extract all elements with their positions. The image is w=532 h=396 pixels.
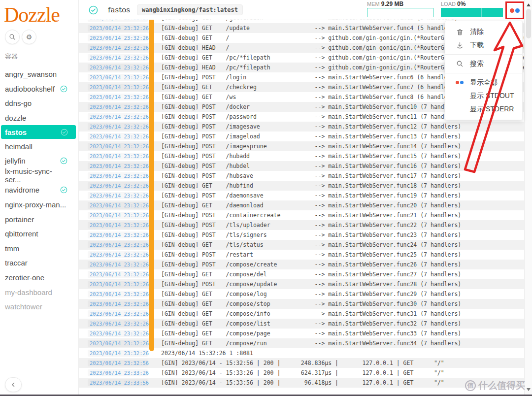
- log-message: [GIN-debug] POST /imagesprune --> main.S…: [161, 143, 461, 150]
- sidebar-item-dozzle[interactable]: dozzle: [0, 111, 78, 126]
- sidebar-item-portainer[interactable]: portainer: [0, 212, 78, 227]
- sidebar-item-zerotier-one[interactable]: zerotier-one: [0, 270, 78, 285]
- container-name-label: jellyfin: [5, 157, 26, 165]
- watermark-badge-icon: 值: [465, 380, 476, 391]
- log-row: 2023/06/14 23:32:26[GIN-debug] POST /com…: [79, 260, 524, 269]
- log-timestamp: 2023/06/14 23:32:26: [88, 25, 148, 32]
- scroll-up-arrow[interactable]: [527, 3, 531, 6]
- log-message: [GIN-debug] POST /compose/create --> mai…: [161, 261, 461, 268]
- log-timestamp: 2023/06/14 23:33:56: [88, 379, 148, 386]
- sidebar-item-jellyfin[interactable]: jellyfin: [0, 154, 78, 168]
- container-name-label: tmm: [5, 244, 19, 253]
- site-watermark: 值 什么值得买: [465, 379, 525, 392]
- log-message: [GIN-debug] POST /password --> main.Star…: [161, 113, 461, 120]
- menu-item-显示-STDERR[interactable]: 显示 STDERR: [445, 102, 522, 116]
- sidebar-item-audiobookshelf[interactable]: audiobookshelf: [0, 82, 78, 97]
- container-name-label: dozzle: [5, 114, 26, 122]
- log-message: [GIN-debug] POST /daemonsave --> main.St…: [161, 192, 461, 199]
- dots-icon: [455, 81, 464, 84]
- log-row: 2023/06/14 23:32:56[GIN] 2023/06/14 - 15…: [79, 358, 524, 368]
- containers-section-label: 容器: [5, 52, 78, 61]
- log-message: [GIN-debug] GET /compose/log --> main.St…: [161, 291, 461, 297]
- mem-gauge: MEM 9.29 MB: [367, 0, 433, 17]
- container-name-label: audiobookshelf: [5, 85, 55, 93]
- log-row: 2023/06/14 23:32:26[GIN-debug] POST /hub…: [79, 151, 524, 161]
- log-message: [GIN-debug] GET /update --> main.StartWe…: [161, 25, 458, 32]
- log-message: [GIN-debug] POST /imagesave --> main.Sta…: [161, 123, 461, 130]
- log-timestamp: 2023/06/14 23:32:26: [88, 54, 148, 61]
- log-message: [GIN-debug] GET /daemonload --> main.Sta…: [161, 202, 461, 209]
- menu-item-下载[interactable]: 下载: [445, 38, 522, 52]
- settings-button[interactable]: ⚙: [22, 30, 36, 44]
- log-row: 2023/06/14 23:32:262023/06/14 15:32:26 1…: [79, 348, 524, 358]
- vertical-scrollbar[interactable]: [524, 0, 532, 395]
- log-row: 2023/06/14 23:32:26[GIN-debug] POST /ima…: [79, 122, 524, 132]
- log-message: [GIN] 2023/06/14 - 15:33:26 | 200 | 624.…: [161, 369, 444, 376]
- load-bar: [441, 8, 503, 17]
- menu-item-搜索[interactable]: 搜索: [445, 57, 522, 70]
- log-row: 2023/06/14 23:32:26[GIN-debug] POST /tls…: [79, 220, 524, 230]
- log-timestamp: 2023/06/14 23:32:26: [88, 222, 148, 229]
- load-label: LOAD: [441, 1, 456, 7]
- log-row: 2023/06/14 23:32:26[GIN-debug] POST /ima…: [79, 141, 524, 151]
- log-row: 2023/06/14 23:32:26[GIN-debug] GET /comp…: [79, 299, 524, 309]
- log-row: 2023/06/14 23:33:26[GIN] 2023/06/14 - 15…: [79, 368, 524, 378]
- menu-divider: [445, 54, 522, 55]
- menu-item-label: 显示全部: [470, 78, 498, 87]
- scroll-thumb[interactable]: [526, 9, 531, 38]
- log-row: 2023/06/14 23:32:26[GIN-debug] GET /comp…: [79, 338, 524, 348]
- sidebar-item-angry_swanson[interactable]: angry_swanson: [0, 67, 78, 82]
- log-row: 2023/06/14 23:32:26[GIN-debug] POST /ima…: [79, 132, 524, 141]
- sidebar-item-qbittorrent[interactable]: qbittorrent: [0, 227, 78, 241]
- sidebar-item-tmm[interactable]: tmm: [0, 241, 78, 256]
- container-name-label: watchtower: [5, 302, 42, 311]
- log-row: 2023/06/14 23:32:26[GIN-debug] GET /comp…: [79, 289, 524, 299]
- menu-item-显示-STDOUT[interactable]: 显示 STDOUT: [445, 89, 522, 102]
- log-timestamp: 2023/06/14 23:32:56: [88, 360, 148, 366]
- menu-divider: [445, 73, 522, 73]
- sidebar-item-my-dashboard[interactable]: my-dashboard: [0, 285, 78, 299]
- sidebar-item-heimdall[interactable]: heimdall: [0, 139, 78, 154]
- log-timestamp: 2023/06/14 23:32:26: [88, 340, 148, 347]
- log-message: [GIN-debug] GET /checkreg --> main.Start…: [161, 84, 458, 91]
- sidebar-collapse-button[interactable]: [5, 377, 22, 392]
- log-message: [GIN-debug] POST /tls/uploader --> main.…: [161, 222, 461, 229]
- sidebar-item-watchtower[interactable]: watchtower: [0, 299, 78, 314]
- log-row: 2023/06/14 23:32:26[GIN-debug] POST /hub…: [79, 161, 524, 171]
- log-timestamp: 2023/06/14 23:32:26: [88, 231, 148, 238]
- log-timestamp: 2023/06/14 23:32:26: [88, 212, 148, 219]
- stream-filter-button[interactable]: [505, 1, 524, 19]
- scroll-down-arrow[interactable]: [527, 388, 531, 391]
- sidebar-item-fastos[interactable]: fastos: [1, 125, 76, 139]
- healthy-check-icon: [61, 129, 68, 136]
- sidebar-item-traccar[interactable]: traccar: [0, 256, 78, 270]
- sidebar-item-navidrome[interactable]: navidrome: [0, 183, 78, 198]
- sidebar-item-nginx-proxy-man[interactable]: nginx-proxy-man...: [0, 198, 78, 212]
- log-row: 2023/06/14 23:32:26[GIN-debug] POST /com…: [79, 279, 524, 289]
- container-name-label: heimdall: [5, 142, 33, 151]
- container-name-label: angry_swanson: [5, 70, 57, 78]
- gear-icon: ⚙: [26, 33, 33, 41]
- load-value: 0%: [457, 0, 466, 7]
- app-logo: Dozzle: [4, 3, 78, 27]
- menu-item-label: 下载: [470, 41, 484, 50]
- menu-item-label: 显示 STDERR: [470, 105, 514, 114]
- log-timestamp: 2023/06/14 23:32:26: [88, 172, 148, 179]
- log-row: 2023/06/14 23:32:26[GIN-debug] GET /comp…: [79, 309, 524, 319]
- search-button[interactable]: [5, 30, 20, 44]
- container-name-label: my-dashboard: [5, 288, 52, 297]
- menu-item-清除[interactable]: 清除: [445, 25, 522, 38]
- log-timestamp: 2023/06/14 23:32:26: [88, 113, 148, 120]
- log-message: [GIN-debug] POST /tls/signers --> main.S…: [161, 231, 461, 238]
- log-timestamp: 2023/06/14 23:32:26: [88, 310, 148, 317]
- container-name-label: portainer: [5, 215, 34, 224]
- log-message: [GIN-debug] GET /compose/list --> main.S…: [161, 320, 461, 327]
- sidebar-item-lx-music-sync-ser[interactable]: lx-music-sync-ser...: [0, 168, 78, 183]
- stderr-dot-icon: [515, 8, 520, 13]
- log-row: 2023/06/14 23:32:26[GIN-debug] GET /daem…: [79, 200, 524, 210]
- menu-item-显示全部[interactable]: 显示全部: [445, 76, 522, 89]
- sidebar-item-ddns-go[interactable]: ddns-go: [0, 96, 78, 111]
- stdout-stream-bar: [149, 13, 154, 351]
- container-name-label: qbittorrent: [5, 230, 38, 238]
- log-message: [GIN-debug] POST /hubadd --> main.StartW…: [161, 153, 461, 160]
